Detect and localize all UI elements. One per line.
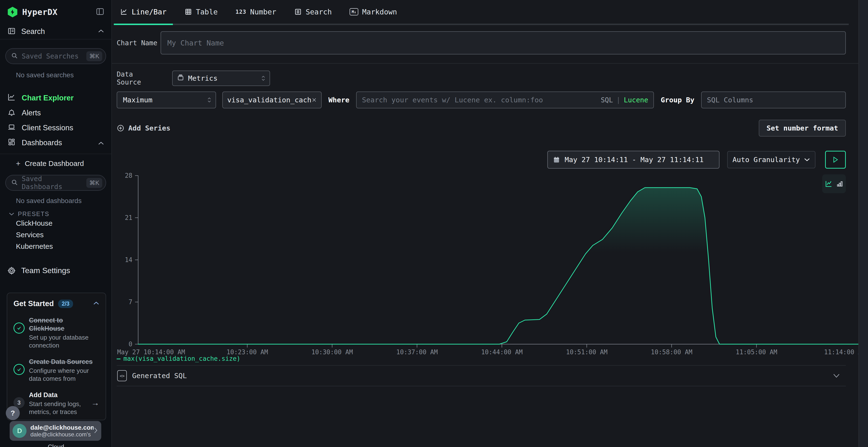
step-desc: Set up your database connection bbox=[29, 334, 99, 349]
tab-search[interactable]: Search bbox=[294, 0, 332, 24]
aggregation-value: Maximum bbox=[123, 96, 207, 104]
granularity-select[interactable]: Auto Granularity bbox=[727, 151, 815, 168]
generated-sql-toggle[interactable]: <> Generated SQL bbox=[117, 365, 846, 386]
help-button[interactable]: ? bbox=[6, 406, 20, 420]
sidebar-item-client-sessions[interactable]: Client Sessions bbox=[0, 121, 112, 135]
check-circle-icon bbox=[13, 364, 25, 375]
timeseries-chart[interactable]: 0714212810:23:00 AM10:30:00 AM10:37:00 A… bbox=[117, 171, 867, 363]
set-number-format-button[interactable]: Set number format bbox=[759, 120, 846, 137]
user-team: dale@clickhouse.com's bbox=[30, 431, 94, 438]
sidebar-item-alerts[interactable]: Alerts bbox=[0, 105, 112, 121]
chart-name-input[interactable] bbox=[161, 31, 846, 55]
run-query-button[interactable] bbox=[825, 151, 846, 169]
close-icon[interactable] bbox=[311, 97, 317, 103]
bell-icon bbox=[7, 108, 16, 118]
table-grid-icon bbox=[184, 8, 192, 16]
truncated-team-text: Cloud bbox=[0, 443, 112, 447]
group-by-label: Group By bbox=[661, 96, 694, 104]
add-series-button[interactable]: Add Series bbox=[117, 124, 170, 132]
metric-tag-label: visa_validation_cach bbox=[227, 96, 311, 104]
sidebar-item-label: Alerts bbox=[22, 109, 41, 117]
chevron-up-icon[interactable] bbox=[93, 301, 99, 306]
toggle-separator: | bbox=[616, 96, 620, 104]
svg-text:21: 21 bbox=[125, 214, 132, 221]
user-email: dale@clickhouse.com bbox=[30, 424, 94, 431]
database-icon bbox=[177, 74, 184, 83]
step-desc: Configure where your data comes from bbox=[29, 367, 99, 383]
plus-icon: + bbox=[16, 159, 21, 168]
tab-label: Markdown bbox=[362, 8, 397, 16]
select-updown-icon bbox=[207, 97, 211, 103]
markdown-icon: M↓ bbox=[350, 8, 358, 15]
data-source-label: Data Source bbox=[117, 70, 161, 86]
chevron-right-icon bbox=[94, 427, 98, 435]
sidebar-item-team-settings[interactable]: Team Settings bbox=[7, 266, 112, 275]
divider bbox=[112, 63, 858, 64]
where-input[interactable] bbox=[362, 96, 600, 104]
data-source-value: Metrics bbox=[188, 74, 261, 82]
arrow-right-icon: → bbox=[91, 391, 99, 416]
tab-label: Search bbox=[306, 8, 332, 16]
preset-services[interactable]: Services bbox=[16, 229, 112, 241]
collapse-sidebar-icon[interactable] bbox=[96, 8, 104, 16]
tab-label: Number bbox=[250, 8, 276, 16]
no-saved-searches-text: No saved searches bbox=[16, 71, 112, 79]
chart-type-tabbar: Line/Bar Table 123 Number Search M↓ Mark… bbox=[117, 0, 849, 25]
search-icon bbox=[11, 52, 18, 60]
code-icon: <> bbox=[117, 370, 127, 381]
scrollbar-track[interactable] bbox=[858, 0, 868, 447]
search-list-icon bbox=[294, 8, 302, 16]
where-label: Where bbox=[329, 96, 349, 104]
sidebar-item-label: Dashboards bbox=[22, 138, 62, 147]
avatar: D bbox=[12, 424, 27, 438]
sql-mode-toggle[interactable]: SQL bbox=[601, 96, 613, 104]
sidebar-item-dashboards[interactable]: Dashboards bbox=[0, 135, 112, 150]
generated-sql-label: Generated SQL bbox=[132, 372, 187, 380]
metric-tag[interactable]: visa_validation_cach bbox=[222, 92, 322, 108]
search-section-label: Search bbox=[21, 27, 45, 36]
lucene-mode-toggle[interactable]: Lucene bbox=[624, 96, 648, 104]
sidebar-item-chart-explorer[interactable]: Chart Explorer bbox=[0, 91, 112, 105]
saved-searches-input[interactable]: Saved Searches ⌘K bbox=[5, 48, 106, 64]
chart-panel: May 27 10:14:11 - May 27 11:14:11 Auto G… bbox=[117, 143, 846, 365]
create-dashboard-button[interactable]: + Create Dashboard bbox=[16, 157, 112, 171]
get-started-step-add-data[interactable]: 3 Add Data Start sending logs, metrics, … bbox=[13, 391, 99, 416]
saved-dashboards-input[interactable]: Saved Dashboards ⌘K bbox=[5, 175, 106, 191]
user-menu[interactable]: D dale@clickhouse.com dale@clickhouse.co… bbox=[10, 421, 101, 441]
data-source-select[interactable]: Metrics bbox=[172, 71, 270, 86]
preset-clickhouse[interactable]: ClickHouse bbox=[16, 217, 112, 229]
shortcut-badge: ⌘K bbox=[86, 178, 102, 188]
laptop-icon bbox=[7, 123, 16, 133]
tab-markdown[interactable]: M↓ Markdown bbox=[350, 0, 397, 24]
aggregation-select[interactable]: Maximum bbox=[117, 92, 216, 108]
number-123-icon: 123 bbox=[236, 9, 246, 15]
svg-text:10:44:00 AM: 10:44:00 AM bbox=[481, 348, 523, 356]
create-dashboard-label: Create Dashboard bbox=[25, 160, 84, 168]
get-started-title: Get Started bbox=[13, 299, 54, 308]
svg-text:May 27 10:14:00 AM: May 27 10:14:00 AM bbox=[117, 348, 185, 356]
line-chart-icon bbox=[120, 8, 128, 16]
get-started-step-connect[interactable]: Connect to ClickHouse Set up your databa… bbox=[13, 316, 99, 349]
chevron-up-icon bbox=[98, 138, 104, 147]
gear-icon bbox=[7, 266, 16, 275]
sidebar-section-search[interactable]: Search bbox=[0, 24, 112, 39]
play-icon bbox=[832, 156, 839, 163]
preset-kubernetes[interactable]: Kubernetes bbox=[16, 241, 112, 252]
get-started-step-datasources[interactable]: Create Data Sources Configure where your… bbox=[13, 358, 99, 383]
presets-toggle[interactable]: PRESETS bbox=[9, 210, 112, 217]
step-title: Add Data bbox=[29, 391, 91, 399]
date-range-picker[interactable]: May 27 10:14:11 - May 27 11:14:11 bbox=[547, 151, 719, 169]
group-by-input[interactable] bbox=[701, 92, 846, 108]
tab-table[interactable]: Table bbox=[184, 0, 218, 24]
tab-line-bar[interactable]: Line/Bar bbox=[120, 0, 166, 24]
tab-number[interactable]: 123 Number bbox=[236, 0, 276, 24]
legend-swatch: — bbox=[117, 355, 121, 362]
date-range-value: May 27 10:14:11 - May 27 11:14:11 bbox=[565, 156, 704, 164]
chevron-down-icon bbox=[804, 158, 810, 162]
step-desc: Start sending logs, metrics, or traces bbox=[29, 400, 91, 416]
svg-text:10:58:00 AM: 10:58:00 AM bbox=[651, 348, 692, 356]
tab-label: Line/Bar bbox=[132, 8, 166, 16]
line-chart-icon bbox=[7, 93, 16, 103]
step-title: Connect to ClickHouse bbox=[29, 316, 99, 333]
chart-legend: — max(visa_validation_cache.size) bbox=[117, 355, 240, 362]
